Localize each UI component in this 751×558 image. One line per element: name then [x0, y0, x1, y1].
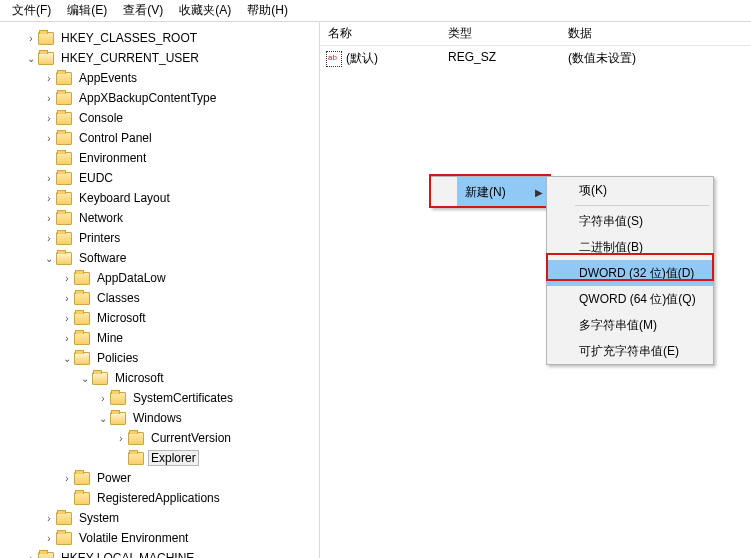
value-name: (默认): [346, 50, 378, 67]
tree-item-policies[interactable]: ⌄Policies: [6, 348, 319, 368]
tree-item[interactable]: ›AppEvents: [6, 68, 319, 88]
folder-open-icon: [56, 252, 72, 265]
list-header: 名称 类型 数据: [320, 22, 751, 46]
context-menu-new: 新建(N) ▶: [430, 176, 548, 208]
value-panel: 名称 类型 数据 (默认) REG_SZ (数值未设置) 新建(N) ▶ 项(K…: [320, 22, 751, 558]
folder-icon: [128, 452, 144, 465]
folder-icon: [56, 512, 72, 525]
folder-icon: [56, 132, 72, 145]
value-data: (数值未设置): [560, 50, 751, 67]
folder-open-icon: [110, 412, 126, 425]
tree-item[interactable]: ›Network: [6, 208, 319, 228]
tree-item[interactable]: ›Printers: [6, 228, 319, 248]
tree-item[interactable]: ›Volatile Environment: [6, 528, 319, 548]
string-icon: [326, 51, 342, 67]
tree-item[interactable]: ›Control Panel: [6, 128, 319, 148]
menu-item-dword[interactable]: DWORD (32 位)值(D): [547, 260, 713, 286]
value-type: REG_SZ: [440, 50, 560, 67]
col-data[interactable]: 数据: [560, 22, 751, 45]
folder-icon: [56, 72, 72, 85]
tree-item[interactable]: ›AppDataLow: [6, 268, 319, 288]
tree-item-software[interactable]: ⌄Software: [6, 248, 319, 268]
tree-item[interactable]: ›Keyboard Layout: [6, 188, 319, 208]
menu-item-string[interactable]: 字符串值(S): [547, 208, 713, 234]
folder-icon: [56, 232, 72, 245]
folder-icon: [110, 392, 126, 405]
folder-icon: [56, 172, 72, 185]
folder-icon: [56, 152, 72, 165]
folder-icon: [74, 312, 90, 325]
menu-item-key[interactable]: 项(K): [547, 177, 713, 203]
menubar: 文件(F) 编辑(E) 查看(V) 收藏夹(A) 帮助(H): [0, 0, 751, 22]
tree-item[interactable]: ›CurrentVersion: [6, 428, 319, 448]
context-submenu: 项(K) 字符串值(S) 二进制值(B) DWORD (32 位)值(D) QW…: [546, 176, 714, 365]
menu-help[interactable]: 帮助(H): [239, 0, 296, 21]
menu-favorites[interactable]: 收藏夹(A): [171, 0, 239, 21]
tree-item-explorer[interactable]: Explorer: [6, 448, 319, 468]
menu-view[interactable]: 查看(V): [115, 0, 171, 21]
tree-item-hkcu[interactable]: ⌄HKEY_CURRENT_USER: [6, 48, 319, 68]
menu-item-new[interactable]: 新建(N) ▶: [431, 177, 547, 207]
tree-item[interactable]: ›EUDC: [6, 168, 319, 188]
tree-item-windows[interactable]: ⌄Windows: [6, 408, 319, 428]
folder-icon: [56, 532, 72, 545]
menu-edit[interactable]: 编辑(E): [59, 0, 115, 21]
tree-item[interactable]: ›SystemCertificates: [6, 388, 319, 408]
col-name[interactable]: 名称: [320, 22, 440, 45]
folder-icon: [56, 212, 72, 225]
tree-item[interactable]: ›Mine: [6, 328, 319, 348]
menu-item-expandstring[interactable]: 可扩充字符串值(E): [547, 338, 713, 364]
folder-icon: [128, 432, 144, 445]
menu-file[interactable]: 文件(F): [4, 0, 59, 21]
folder-open-icon: [74, 352, 90, 365]
tree-panel: ›HKEY_CLASSES_ROOT ⌄HKEY_CURRENT_USER ›A…: [0, 22, 320, 558]
tree-item[interactable]: RegisteredApplications: [6, 488, 319, 508]
chevron-right-icon: ▶: [531, 187, 547, 198]
tree-item[interactable]: ›Microsoft: [6, 308, 319, 328]
separator: [575, 205, 709, 206]
folder-icon: [74, 492, 90, 505]
folder-icon: [74, 472, 90, 485]
menu-item-binary[interactable]: 二进制值(B): [547, 234, 713, 260]
menu-item-multistring[interactable]: 多字符串值(M): [547, 312, 713, 338]
folder-icon: [56, 192, 72, 205]
tree-item[interactable]: ›Classes: [6, 288, 319, 308]
tree-item[interactable]: Environment: [6, 148, 319, 168]
folder-icon: [56, 92, 72, 105]
tree-item[interactable]: ⌄Microsoft: [6, 368, 319, 388]
folder-icon: [74, 332, 90, 345]
tree-item-hklm[interactable]: ›HKEY LOCAL MACHINE: [6, 548, 319, 558]
folder-open-icon: [38, 52, 54, 65]
folder-icon: [74, 272, 90, 285]
tree-item[interactable]: ›System: [6, 508, 319, 528]
value-row-default[interactable]: (默认) REG_SZ (数值未设置): [320, 46, 751, 71]
folder-icon: [74, 292, 90, 305]
col-type[interactable]: 类型: [440, 22, 560, 45]
folder-icon: [38, 552, 54, 559]
folder-open-icon: [92, 372, 108, 385]
tree-item-hkcr[interactable]: ›HKEY_CLASSES_ROOT: [6, 28, 319, 48]
tree-item[interactable]: ›Power: [6, 468, 319, 488]
menu-item-qword[interactable]: QWORD (64 位)值(Q): [547, 286, 713, 312]
folder-icon: [38, 32, 54, 45]
folder-icon: [56, 112, 72, 125]
tree-item[interactable]: ›Console: [6, 108, 319, 128]
tree-item[interactable]: ›AppXBackupContentType: [6, 88, 319, 108]
